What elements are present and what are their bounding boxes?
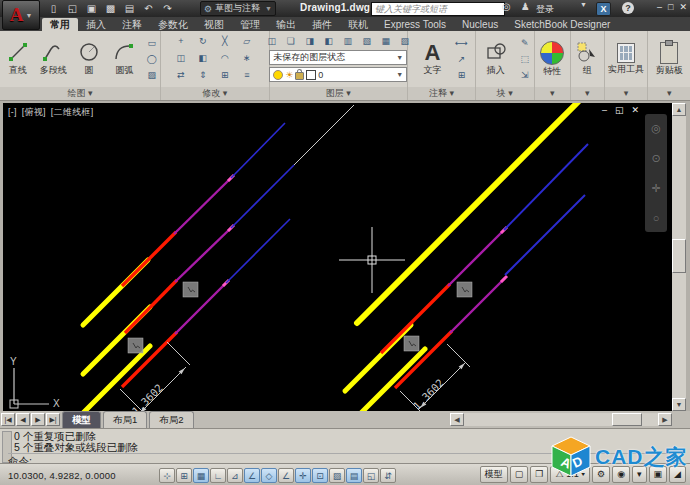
workspace-selector[interactable]: ⚙ 草图与注释 ▼ xyxy=(200,1,276,16)
ribbon-tab-12[interactable]: SketchBook Designer xyxy=(506,18,618,31)
view-control[interactable]: [俯视] xyxy=(22,107,46,117)
visual-style-control[interactable]: [二维线框] xyxy=(51,107,94,117)
maximize-button[interactable]: □ xyxy=(668,2,673,12)
status-toggle-9[interactable]: ✛ xyxy=(295,468,311,483)
doc-minimize-button[interactable]: – xyxy=(602,105,607,115)
cad-line-segment-pink[interactable] xyxy=(501,276,507,282)
tab-nav-button-1[interactable]: |◀ xyxy=(1,413,15,426)
status-toggle-10[interactable]: ⊡ xyxy=(312,468,328,483)
status-toggle-2[interactable]: ⊞ xyxy=(176,468,192,483)
modify-tool-4[interactable]: ▱ xyxy=(237,34,257,48)
scroll-down-button[interactable]: ▼ xyxy=(672,398,686,411)
annotation-tool-1[interactable]: ⟷ xyxy=(453,36,469,50)
panel-title-annotation[interactable]: 注释 ▾ xyxy=(408,87,475,100)
ribbon-tab-8[interactable]: 插件 xyxy=(304,18,340,31)
ribbon-tab-6[interactable]: 管理 xyxy=(232,18,268,31)
cad-line-segment-magenta[interactable] xyxy=(448,229,505,286)
search-binoculars-icon[interactable]: ◎ xyxy=(502,1,511,12)
status-toggle-5[interactable]: ⊿ xyxy=(227,468,243,483)
layer-tool-icon-7[interactable]: ▦ xyxy=(378,34,394,48)
minimize-button[interactable]: – xyxy=(657,2,662,12)
model-space-canvas[interactable]: 1.36021.3602YX xyxy=(3,103,672,411)
viewport-menu-control[interactable]: [-] xyxy=(8,107,17,117)
ribbon-tab-4[interactable]: 参数化 xyxy=(150,18,196,31)
sheet-tab-布局2[interactable]: 布局2 xyxy=(149,411,193,428)
layer-tool-icon-2[interactable]: ❏ xyxy=(283,34,299,48)
layer-tool-icon-5[interactable]: ▥ xyxy=(340,34,356,48)
open-icon[interactable]: ◱ xyxy=(63,3,82,14)
vertical-scroll-thumb[interactable] xyxy=(672,239,686,273)
panel-title-block[interactable]: 块 ▾ xyxy=(476,87,534,100)
tab-nav-button-4[interactable]: ▶| xyxy=(46,413,60,426)
cad-line-segment-magenta[interactable] xyxy=(175,227,232,282)
ribbon-tab-9[interactable]: 联机 xyxy=(340,18,376,31)
quick-view-layouts-button[interactable]: ▢ xyxy=(510,466,529,483)
ribbon-tab-2[interactable]: 插入 xyxy=(78,18,114,31)
save-icon[interactable]: ▣ xyxy=(82,3,101,14)
grip-badge-3[interactable] xyxy=(457,282,472,297)
undo-icon[interactable]: ↶ xyxy=(139,3,158,14)
ribbon-tab-5[interactable]: 视图 xyxy=(196,18,232,31)
layer-state-dropdown[interactable]: 未保存的图层状态▼ xyxy=(269,50,407,65)
panel-title-draw[interactable]: 绘图 ▾ xyxy=(0,87,160,100)
status-toggle-13[interactable]: ◱ xyxy=(363,468,379,483)
scroll-right-button[interactable]: ▶ xyxy=(658,413,672,426)
status-toggle-3[interactable]: ▦ xyxy=(193,468,209,483)
modify-tool-1[interactable]: + xyxy=(171,34,191,48)
tab-nav-button-3[interactable]: ▶ xyxy=(31,413,45,426)
layer-freeze-icon[interactable]: ☀ xyxy=(285,70,293,80)
help-button[interactable]: ? xyxy=(622,2,634,14)
properties-tool[interactable]: 特性 xyxy=(535,41,570,78)
cad-line-segment-red[interactable] xyxy=(122,232,176,286)
redo-icon[interactable]: ↷ xyxy=(158,3,177,14)
annotation-tool-3[interactable]: ⊞ xyxy=(453,68,469,82)
grip-badge-1[interactable] xyxy=(183,282,198,297)
new-icon[interactable]: ▯ xyxy=(44,3,63,14)
utilities-tool[interactable]: 实用工具 xyxy=(605,43,648,76)
tab-nav-button-2[interactable]: ◀ xyxy=(16,413,30,426)
modify-tool-11[interactable]: ⊞ xyxy=(215,68,235,82)
grip-badge-4[interactable] xyxy=(404,336,419,351)
doc-restore-button[interactable]: ◱ xyxy=(615,105,624,115)
status-toggle-12[interactable]: ▤ xyxy=(346,468,362,483)
draw-extra-tool-1[interactable]: ▭ xyxy=(144,36,160,50)
layer-tool-icon-6[interactable]: ▧ xyxy=(359,34,375,48)
cad-line-segment-red[interactable] xyxy=(395,331,452,388)
layer-tool-icon-1[interactable]: ◫ xyxy=(264,34,280,48)
panel-title-utilities[interactable]: ▾ xyxy=(605,87,648,100)
search-input[interactable]: 键入关键字或短语 xyxy=(371,2,505,16)
cad-line-segment-blue[interactable] xyxy=(505,195,585,275)
modify-tool-5[interactable]: ◫ xyxy=(171,51,191,65)
dimension-annotation-2[interactable]: 1.3602 xyxy=(400,344,470,411)
ribbon-tab-10[interactable]: Express Tools xyxy=(376,18,454,31)
cad-line-segment-blue[interactable] xyxy=(504,144,588,230)
layer-tool-icon-3[interactable]: ◨ xyxy=(302,34,318,48)
application-menu-button[interactable]: A ▼ xyxy=(2,0,40,30)
cad-line-segment-blue[interactable] xyxy=(226,219,290,283)
status-toggle-8[interactable]: ∠ xyxy=(278,468,294,483)
ribbon-tab-11[interactable]: Nucleus xyxy=(454,18,506,31)
line-tool[interactable]: 直线 xyxy=(0,41,35,77)
clipboard-tool[interactable]: 剪贴板 xyxy=(648,42,690,77)
status-toggle-1[interactable]: ⊹ xyxy=(159,468,175,483)
close-button[interactable]: ✕ xyxy=(679,2,687,12)
horizontal-scroll-thumb[interactable] xyxy=(612,413,642,426)
panel-title-modify[interactable]: 修改 ▾ xyxy=(161,87,269,100)
modify-tool-7[interactable]: ◠ xyxy=(215,51,235,65)
cad-line-segment-blue[interactable] xyxy=(231,123,285,178)
cad-line-segment-hair[interactable] xyxy=(294,105,354,165)
layer-lock-icon[interactable] xyxy=(295,72,304,80)
navbar-icon-1[interactable]: ◎ xyxy=(651,122,661,135)
sheet-tab-布局1[interactable]: 布局1 xyxy=(103,411,147,428)
layer-tool-icon-4[interactable]: ◧ xyxy=(321,34,337,48)
ribbon-tab-3[interactable]: 注释 xyxy=(114,18,150,31)
modify-tool-12[interactable]: ≡ xyxy=(237,68,257,82)
cad-line-segment-red[interactable] xyxy=(125,280,177,333)
polyline-tool[interactable]: 多段线 xyxy=(35,41,70,77)
scroll-left-button[interactable]: ◀ xyxy=(450,413,464,426)
signin-chevron-icon[interactable]: ▼ xyxy=(580,1,587,8)
panel-title-clipboard[interactable]: ▾ xyxy=(648,87,690,100)
save-as-icon[interactable]: ▩ xyxy=(101,3,120,14)
layer-selector-dropdown[interactable]: ☀ 0 ▼ xyxy=(269,67,407,82)
cad-line-segment-blue[interactable] xyxy=(231,165,294,228)
